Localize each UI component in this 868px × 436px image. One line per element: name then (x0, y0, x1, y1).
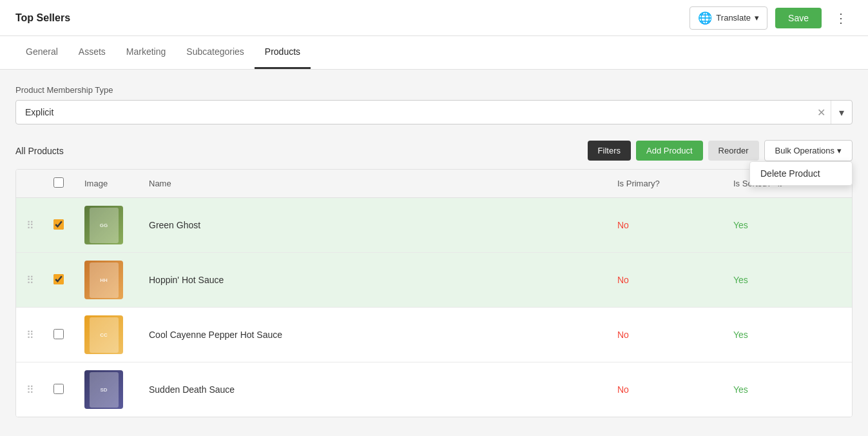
is-primary-value: No (617, 330, 629, 340)
is-sorted-value: Yes (733, 220, 748, 230)
chevron-down-icon: ▾ (755, 13, 759, 23)
save-button[interactable]: Save (775, 8, 822, 28)
row-checkbox[interactable] (53, 384, 64, 394)
tab-general[interactable]: General (15, 36, 68, 69)
image-cell: CC (74, 308, 139, 362)
select-clear-button[interactable]: ✕ (812, 106, 831, 119)
product-name: Hoppin' Hot Sauce (149, 275, 224, 285)
name-col-header: Name (139, 170, 607, 198)
tab-bar: General Assets Marketing Subcategories P… (0, 36, 868, 70)
sorted-cell: Yes (723, 308, 852, 362)
is-primary-value: No (617, 220, 629, 230)
image-cell: HH (74, 253, 139, 308)
more-options-button[interactable]: ⋮ (829, 8, 853, 28)
primary-col-header: Is Primary? (607, 170, 723, 198)
bulk-dropdown-menu: Delete Product (749, 161, 853, 186)
tab-marketing[interactable]: Marketing (116, 36, 176, 69)
name-cell: Hoppin' Hot Sauce (139, 253, 607, 308)
drag-handle-cell: ⠿ (16, 198, 43, 253)
drag-handle-cell: ⠿ (16, 253, 43, 308)
is-primary-value: No (617, 384, 629, 395)
is-sorted-value: Yes (733, 330, 748, 340)
product-name: Sudden Death Sauce (149, 384, 235, 395)
tab-products[interactable]: Products (255, 36, 311, 69)
check-col-header (43, 170, 74, 198)
row-checkbox[interactable] (53, 274, 64, 284)
sorted-cell: Yes (723, 362, 852, 417)
products-table: Image Name Is Primary? Is Sorted? ⇅ (16, 170, 852, 417)
primary-cell: No (607, 198, 723, 253)
row-checkbox[interactable] (53, 219, 64, 230)
image-col-header: Image (74, 170, 139, 198)
select-dropdown-button[interactable]: ▾ (831, 101, 852, 124)
row-checkbox[interactable] (53, 329, 64, 339)
product-image: SD (84, 370, 123, 409)
bulk-operations-dropdown[interactable]: Bulk Operations ▾ Delete Product (764, 140, 853, 161)
drag-handle-icon[interactable]: ⠿ (26, 330, 33, 341)
tab-subcategories[interactable]: Subcategories (176, 36, 255, 69)
primary-cell: No (607, 308, 723, 362)
product-name: Green Ghost (149, 220, 200, 230)
chevron-down-icon: ▾ (837, 146, 842, 155)
is-primary-value: No (617, 275, 629, 285)
table-row: ⠿ CC Cool Cayenne Pepper Hot Sauce No Ye… (16, 308, 852, 362)
is-sorted-value: Yes (733, 384, 748, 395)
product-image: CC (84, 315, 123, 354)
is-sorted-value: Yes (733, 275, 748, 285)
checkbox-cell (43, 198, 74, 253)
main-content: Product Membership Type Explicit ✕ ▾ All… (0, 70, 868, 433)
drag-handle-cell: ⠿ (16, 308, 43, 362)
translate-button[interactable]: 🌐 Translate ▾ (690, 6, 767, 30)
checkbox-cell (43, 308, 74, 362)
name-cell: Cool Cayenne Pepper Hot Sauce (139, 308, 607, 362)
select-all-checkbox[interactable] (53, 177, 64, 188)
product-membership-field: Product Membership Type Explicit ✕ ▾ (15, 85, 853, 124)
primary-cell: No (607, 253, 723, 308)
checkbox-cell (43, 253, 74, 308)
globe-icon: 🌐 (698, 11, 712, 25)
membership-type-label: Product Membership Type (15, 85, 853, 95)
reorder-button[interactable]: Reorder (708, 141, 759, 161)
table-header-row: Image Name Is Primary? Is Sorted? ⇅ (16, 170, 852, 198)
drag-handle-icon[interactable]: ⠿ (26, 384, 33, 395)
page-title: Top Sellers (15, 12, 70, 24)
table-row: ⠿ SD Sudden Death Sauce No Yes (16, 362, 852, 417)
sorted-cell: Yes (723, 253, 852, 308)
table-row: ⠿ GG Green Ghost No Yes (16, 198, 852, 253)
table-row: ⠿ HH Hoppin' Hot Sauce No Yes (16, 253, 852, 308)
image-cell: SD (74, 362, 139, 417)
name-cell: Sudden Death Sauce (139, 362, 607, 417)
page-header: Top Sellers 🌐 Translate ▾ Save ⋮ (0, 0, 868, 36)
products-section-header: All Products Filters Add Product Reorder… (15, 140, 853, 161)
all-products-title: All Products (15, 146, 64, 156)
membership-type-select[interactable]: Explicit ✕ ▾ (15, 100, 853, 124)
drag-handle-icon[interactable]: ⠿ (26, 220, 33, 231)
drag-handle-icon[interactable]: ⠿ (26, 275, 33, 286)
drag-handle-cell: ⠿ (16, 362, 43, 417)
membership-type-value: Explicit (16, 101, 812, 124)
section-action-buttons: Filters Add Product Reorder Bulk Operati… (588, 140, 853, 161)
product-image: GG (84, 206, 123, 244)
drag-col-header (16, 170, 43, 198)
name-cell: Green Ghost (139, 198, 607, 253)
primary-cell: No (607, 362, 723, 417)
checkbox-cell (43, 362, 74, 417)
products-table-container: Image Name Is Primary? Is Sorted? ⇅ (15, 169, 853, 417)
sorted-cell: Yes (723, 198, 852, 253)
image-cell: GG (74, 198, 139, 253)
bulk-operations-button[interactable]: Bulk Operations ▾ (764, 140, 853, 161)
filters-button[interactable]: Filters (588, 141, 631, 161)
delete-product-menu-item[interactable]: Delete Product (750, 162, 852, 185)
tab-assets[interactable]: Assets (68, 36, 116, 69)
product-name: Cool Cayenne Pepper Hot Sauce (149, 330, 282, 340)
header-actions: 🌐 Translate ▾ Save ⋮ (690, 6, 853, 30)
product-image: HH (84, 261, 123, 299)
add-product-button[interactable]: Add Product (636, 141, 703, 161)
